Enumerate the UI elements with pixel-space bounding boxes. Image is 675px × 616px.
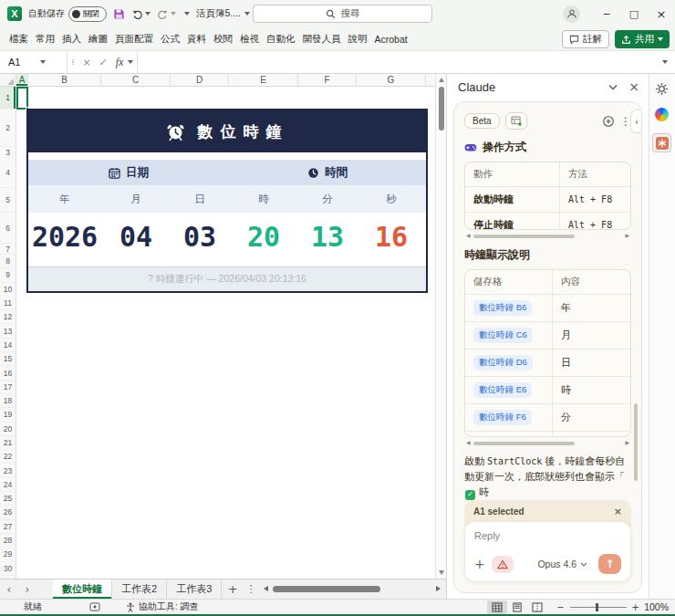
scroll-down-icon[interactable] <box>439 570 444 575</box>
close-button[interactable]: × <box>648 0 675 27</box>
column-header-A[interactable]: A <box>16 74 28 86</box>
row-header[interactable]: 17 <box>0 381 16 394</box>
table-horizontal-scrollbar[interactable]: ◀▶ <box>466 234 629 237</box>
function-dropdown-icon[interactable] <box>128 60 133 64</box>
account-avatar[interactable] <box>563 5 580 23</box>
formula-bar-grip[interactable]: ⁞ <box>68 51 78 73</box>
scroll-right-icon[interactable] <box>436 586 441 591</box>
workbook-name-dropdown[interactable]: 活頁簿5.... <box>196 7 250 20</box>
save-button[interactable] <box>113 8 125 20</box>
scrollbar-thumb[interactable] <box>473 235 575 238</box>
sheet-tab-digital-clock[interactable]: 數位時鐘 <box>53 579 112 599</box>
row-header[interactable]: 15 <box>0 352 16 366</box>
sheet-tab-sheet3[interactable]: 工作表3 <box>167 579 222 599</box>
scroll-left-icon[interactable] <box>264 586 268 591</box>
new-chat-icon[interactable] <box>602 115 615 128</box>
formula-enter-button[interactable]: ✓ <box>95 51 111 73</box>
card-collapse-handle[interactable]: ‹ <box>630 110 642 133</box>
search-input[interactable]: 搜尋 <box>253 5 432 23</box>
excel-app-icon[interactable]: X <box>7 6 22 21</box>
row-header[interactable]: 19 <box>0 408 16 422</box>
zoom-slider-handle[interactable] <box>596 603 598 611</box>
undo-dropdown-icon[interactable] <box>145 12 151 16</box>
tab-insert[interactable]: 插入 <box>58 27 85 50</box>
column-header-G[interactable]: G <box>357 74 426 86</box>
comments-button[interactable]: 註解 <box>562 30 609 48</box>
tab-automate[interactable]: 自動化 <box>263 27 299 50</box>
page-break-view-button[interactable] <box>527 600 547 614</box>
row-header[interactable]: 11 <box>0 297 16 310</box>
column-header-B[interactable]: B <box>28 74 101 86</box>
attach-button[interactable]: + <box>474 557 485 571</box>
cell-reference-link[interactable]: 數位時鐘 E6 <box>473 382 532 398</box>
tab-review[interactable]: 校閱 <box>210 27 236 50</box>
row-header[interactable]: 24 <box>0 478 16 492</box>
zoom-slider[interactable] <box>570 607 627 608</box>
row-header[interactable]: 8 <box>0 255 16 268</box>
column-header-F[interactable]: F <box>298 74 357 86</box>
reply-input[interactable]: Reply <box>474 530 621 541</box>
pane-collapse-button[interactable] <box>608 84 618 90</box>
tab-view[interactable]: 檢視 <box>236 27 263 50</box>
cell-reference-link[interactable]: 數位時鐘 D6 <box>473 355 533 371</box>
sheet-menu-icon[interactable]: ⋮ <box>244 579 258 599</box>
tab-page-layout[interactable]: 頁面配置 <box>111 27 157 50</box>
maximize-button[interactable]: □ <box>620 0 648 27</box>
row-header[interactable]: 23 <box>0 464 16 477</box>
tab-formulas[interactable]: 公式 <box>157 27 183 50</box>
zoom-level[interactable]: 100% <box>639 601 669 612</box>
send-button[interactable]: ↑ <box>598 554 621 574</box>
tab-draw[interactable]: 繪圖 <box>85 27 111 50</box>
row-header[interactable]: 29 <box>0 548 16 561</box>
scrollbar-thumb[interactable] <box>439 87 444 131</box>
scroll-up-icon[interactable] <box>439 78 444 82</box>
quick-access-toolbar-dropdown-icon[interactable] <box>184 12 190 16</box>
formula-cancel-button[interactable]: × <box>78 51 95 73</box>
macro-record-button[interactable] <box>89 602 100 611</box>
row-header[interactable]: 16 <box>0 366 16 380</box>
share-button[interactable]: 共用 <box>615 30 670 48</box>
row-header[interactable]: 25 <box>0 492 16 506</box>
undo-button[interactable] <box>131 8 151 20</box>
formula-bar-expand-icon[interactable] <box>655 51 675 73</box>
warning-button[interactable] <box>492 556 514 573</box>
row-header[interactable]: 3 <box>0 147 16 158</box>
context-chip-close-icon[interactable]: × <box>614 506 622 517</box>
scrollbar-thumb[interactable] <box>273 586 380 592</box>
zoom-in-button[interactable]: + <box>632 602 639 612</box>
row-header[interactable]: 1 <box>0 87 16 110</box>
row-header[interactable]: 7 <box>0 244 16 255</box>
grid-horizontal-scrollbar[interactable] <box>264 579 441 599</box>
cell-reference-link[interactable]: 數位時鐘 B6 <box>473 300 532 316</box>
tab-developer[interactable]: 開發人員 <box>299 27 345 50</box>
row-header[interactable]: 28 <box>0 534 16 548</box>
select-all-corner[interactable] <box>0 74 16 86</box>
name-box-dropdown-icon[interactable] <box>40 60 46 64</box>
sheet-prev-icon[interactable]: ‹ <box>0 579 18 599</box>
insert-function-button[interactable]: fx <box>111 51 128 73</box>
row-header[interactable]: 26 <box>0 506 16 519</box>
column-header-E[interactable]: E <box>229 74 298 86</box>
pane-close-button[interactable]: × <box>628 79 639 94</box>
row-header[interactable]: 6 <box>0 213 16 244</box>
tab-help[interactable]: 說明 <box>345 27 371 50</box>
accessibility-status[interactable]: 協助工具: 調查 <box>126 600 199 613</box>
row-header[interactable]: 20 <box>0 423 16 436</box>
row-header[interactable]: 9 <box>0 268 16 282</box>
copilot-icon[interactable] <box>655 108 669 121</box>
cell-reference-link[interactable]: 數位時鐘 F6 <box>473 410 532 425</box>
redo-button[interactable] <box>157 8 176 20</box>
row-header[interactable]: 18 <box>0 394 16 408</box>
row-header[interactable]: 27 <box>0 520 16 534</box>
row-header[interactable]: 21 <box>0 436 16 450</box>
grid-vertical-scrollbar[interactable] <box>435 74 446 579</box>
sheet-canvas[interactable]: 數位時鐘 日期 時間 <box>16 87 435 579</box>
row-header[interactable]: 22 <box>0 450 16 464</box>
page-layout-view-button[interactable] <box>507 600 527 614</box>
row-header[interactable]: 30 <box>0 562 16 576</box>
sheet-context-button[interactable] <box>505 112 527 130</box>
add-sheet-button[interactable]: + <box>222 579 244 599</box>
row-header[interactable]: 12 <box>0 310 16 324</box>
row-header[interactable]: 2 <box>0 110 16 147</box>
zoom-out-button[interactable]: − <box>556 602 564 612</box>
